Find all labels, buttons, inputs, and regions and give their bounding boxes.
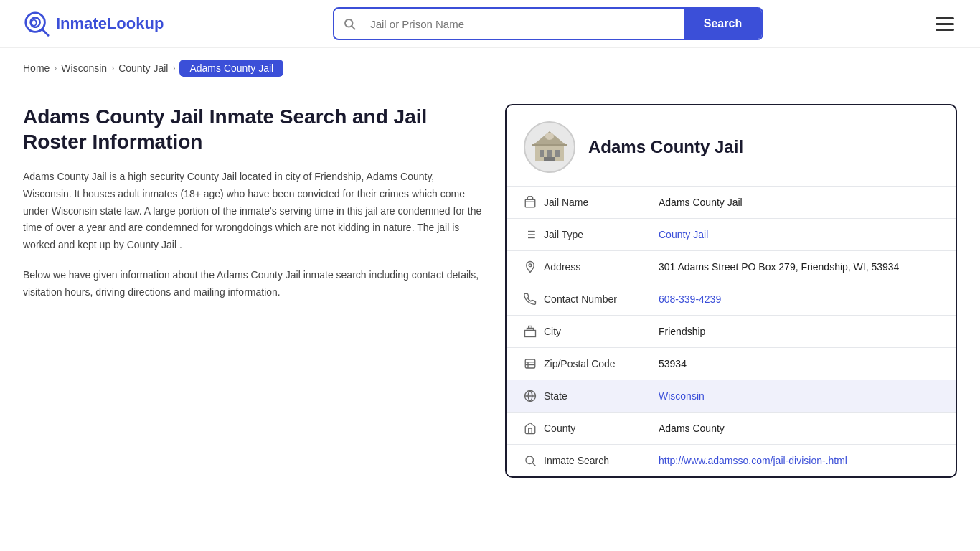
breadcrumb-current: Adams County Jail bbox=[179, 60, 283, 77]
svg-text:Q: Q bbox=[30, 18, 37, 28]
main-content: Adams County Jail Inmate Search and Jail… bbox=[0, 83, 980, 499]
row-value-1[interactable]: County Jail bbox=[659, 229, 938, 240]
row-value-0: Adams County Jail bbox=[659, 197, 938, 208]
svg-rect-9 bbox=[555, 150, 560, 157]
info-rows: Jail NameAdams County JailJail TypeCount… bbox=[507, 187, 956, 476]
row-label-5: Zip/Postal Code bbox=[544, 358, 659, 369]
svg-rect-13 bbox=[545, 133, 554, 140]
info-row-8: Inmate Searchhttp://www.adamsso.com/jail… bbox=[507, 445, 956, 476]
zip-icon bbox=[524, 357, 544, 370]
breadcrumb-home[interactable]: Home bbox=[23, 62, 50, 74]
card-header: Adams County Jail bbox=[507, 105, 956, 187]
info-row-4: CityFriendship bbox=[507, 316, 956, 348]
row-value-2: 301 Adams Street PO Box 279, Friendship,… bbox=[659, 261, 938, 273]
logo-icon: Q bbox=[23, 10, 50, 37]
left-column: Adams County Jail Inmate Search and Jail… bbox=[23, 104, 482, 301]
breadcrumb-state[interactable]: Wisconsin bbox=[61, 62, 107, 74]
page-heading: Adams County Jail Inmate Search and Jail… bbox=[23, 104, 482, 154]
search-icon bbox=[524, 454, 544, 467]
county-icon bbox=[524, 422, 544, 435]
row-label-1: Jail Type bbox=[544, 229, 659, 240]
svg-rect-11 bbox=[544, 157, 555, 161]
svg-rect-8 bbox=[547, 150, 552, 157]
svg-rect-25 bbox=[529, 326, 532, 329]
info-row-3: Contact Number608-339-4239 bbox=[507, 283, 956, 316]
breadcrumb-chevron-3: › bbox=[172, 63, 175, 73]
row-label-6: State bbox=[544, 390, 659, 402]
row-label-3: Contact Number bbox=[544, 293, 659, 305]
svg-rect-14 bbox=[525, 199, 535, 207]
address-icon bbox=[524, 260, 544, 273]
info-row-2: Address301 Adams Street PO Box 279, Frie… bbox=[507, 251, 956, 283]
svg-point-22 bbox=[529, 264, 532, 267]
site-header: Q InmateLookup Search bbox=[0, 0, 980, 48]
search-button[interactable]: Search bbox=[684, 9, 762, 39]
svg-rect-7 bbox=[540, 150, 544, 157]
page-description-1: Adams County Jail is a high security Cou… bbox=[23, 169, 482, 254]
type-icon bbox=[524, 228, 544, 241]
info-row-1: Jail TypeCounty Jail bbox=[507, 219, 956, 251]
search-icon bbox=[334, 11, 364, 36]
breadcrumb: Home › Wisconsin › County Jail › Adams C… bbox=[0, 48, 980, 83]
search-area: Search bbox=[333, 7, 763, 40]
row-value-8[interactable]: http://www.adamsso.com/jail-division-.ht… bbox=[659, 455, 938, 466]
svg-line-33 bbox=[532, 463, 535, 466]
svg-rect-23 bbox=[525, 331, 536, 337]
row-link-6[interactable]: Wisconsin bbox=[659, 390, 705, 402]
row-label-0: Jail Name bbox=[544, 197, 659, 208]
row-value-3[interactable]: 608-339-4239 bbox=[659, 293, 938, 305]
svg-rect-12 bbox=[532, 144, 567, 146]
breadcrumb-type[interactable]: County Jail bbox=[118, 62, 168, 74]
info-card: Adams County Jail Jail NameAdams County … bbox=[505, 104, 957, 478]
row-label-2: Address bbox=[544, 261, 659, 273]
breadcrumb-chevron-2: › bbox=[111, 63, 114, 73]
svg-rect-26 bbox=[525, 359, 535, 368]
state-icon bbox=[524, 390, 544, 402]
phone-icon bbox=[524, 293, 544, 306]
city-icon bbox=[524, 325, 544, 338]
info-row-7: CountyAdams County bbox=[507, 413, 956, 445]
svg-line-2 bbox=[42, 29, 49, 36]
search-wrapper: Search bbox=[333, 7, 763, 40]
hamburger-menu-button[interactable] bbox=[933, 14, 957, 34]
row-value-5: 53934 bbox=[659, 358, 938, 369]
row-link-8[interactable]: http://www.adamsso.com/jail-division-.ht… bbox=[659, 455, 847, 466]
logo: Q InmateLookup bbox=[23, 10, 164, 37]
card-title: Adams County Jail bbox=[588, 137, 743, 157]
row-value-7: Adams County bbox=[659, 423, 938, 434]
info-row-5: Zip/Postal Code53934 bbox=[507, 348, 956, 380]
info-row-0: Jail NameAdams County Jail bbox=[507, 187, 956, 219]
info-row-6: StateWisconsin bbox=[507, 380, 956, 413]
row-label-8: Inmate Search bbox=[544, 455, 659, 466]
row-label-4: City bbox=[544, 326, 659, 337]
jail-building-icon bbox=[529, 127, 570, 167]
row-value-6[interactable]: Wisconsin bbox=[659, 390, 938, 402]
row-link-3[interactable]: 608-339-4239 bbox=[659, 293, 721, 305]
search-input[interactable] bbox=[364, 11, 684, 37]
breadcrumb-chevron-1: › bbox=[54, 63, 57, 73]
jail-icon bbox=[524, 196, 544, 209]
row-value-4: Friendship bbox=[659, 326, 938, 337]
row-link-1[interactable]: County Jail bbox=[659, 229, 708, 240]
row-label-7: County bbox=[544, 423, 659, 434]
svg-line-5 bbox=[352, 26, 355, 29]
page-description-2: Below we have given information about th… bbox=[23, 267, 482, 301]
svg-point-32 bbox=[526, 456, 534, 464]
jail-avatar bbox=[524, 121, 575, 173]
logo-text: InmateLookup bbox=[56, 14, 164, 33]
